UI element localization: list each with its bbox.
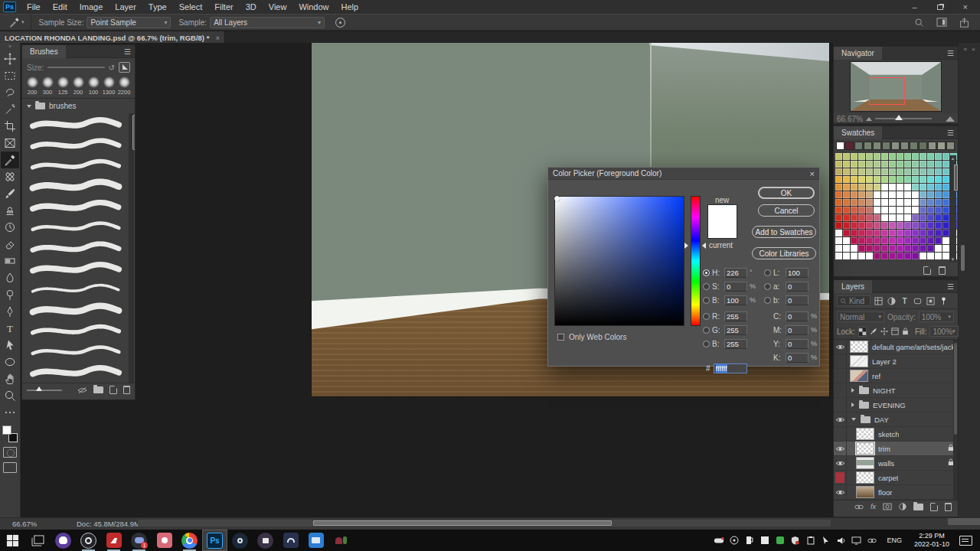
swatch-cell[interactable]	[851, 222, 858, 229]
swatch-cell[interactable]	[881, 230, 888, 236]
new-group-icon[interactable]	[93, 386, 103, 393]
swatch-cell[interactable]	[942, 222, 949, 229]
field-input-a[interactable]: 0	[786, 282, 808, 292]
swatch-cell[interactable]	[897, 199, 903, 206]
taskbar-app-obs[interactable]	[76, 530, 101, 551]
navigator-view-rect[interactable]	[869, 77, 905, 105]
swatch-cell[interactable]	[927, 176, 934, 183]
swatch-cell[interactable]	[927, 153, 934, 160]
swatch-cell[interactable]	[912, 222, 919, 229]
tray-controller-icon[interactable]	[713, 535, 724, 546]
new-swatch-icon[interactable]	[923, 266, 931, 275]
swatch-cell[interactable]	[858, 176, 865, 183]
swatch-cell[interactable]	[851, 168, 858, 175]
recent-brush-2[interactable]: 125	[55, 77, 70, 96]
swatch-recent-12[interactable]	[946, 142, 955, 150]
brush-stroke-preview[interactable]	[22, 237, 135, 258]
add-to-swatches-button[interactable]: Add to Swatches	[752, 226, 816, 238]
swatch-cell[interactable]	[889, 253, 896, 259]
tray-record-icon[interactable]	[728, 535, 740, 546]
swatch-cell[interactable]	[851, 245, 858, 252]
brush-stroke-preview[interactable]	[22, 299, 135, 320]
panel-menu-icon[interactable]: ☰	[947, 129, 958, 137]
swatch-cell[interactable]	[858, 230, 865, 236]
collapse-dock-icon[interactable]: «	[963, 46, 966, 53]
swatch-cell[interactable]	[927, 191, 934, 198]
swatch-cell[interactable]	[843, 168, 850, 175]
zoom-out-icon[interactable]	[866, 117, 872, 121]
swatch-cell[interactable]	[912, 214, 919, 221]
tool-blur[interactable]	[1, 269, 19, 286]
swatch-cell[interactable]	[927, 222, 934, 229]
swatch-cell[interactable]	[942, 184, 949, 191]
swatch-cell[interactable]	[881, 161, 888, 168]
tool-pen[interactable]	[1, 303, 19, 320]
swatch-cell[interactable]	[904, 199, 911, 206]
swatch-cell[interactable]	[881, 199, 888, 206]
swatch-cell[interactable]	[874, 237, 880, 244]
swatch-cell[interactable]	[942, 207, 949, 214]
swatch-cell[interactable]	[881, 184, 888, 191]
tool-move[interactable]	[1, 51, 19, 67]
menu-edit[interactable]: Edit	[47, 0, 74, 14]
brush-stroke-preview[interactable]	[22, 341, 135, 361]
menu-image[interactable]: Image	[74, 0, 109, 14]
swatch-cell[interactable]	[935, 245, 942, 252]
brushes-scrollbar[interactable]	[129, 113, 134, 383]
swatch-cell[interactable]	[942, 161, 949, 168]
swatch-cell[interactable]	[942, 214, 949, 221]
screen-mode-toggle[interactable]	[3, 462, 17, 473]
swatch-cell[interactable]	[881, 245, 888, 252]
swatch-recent-6[interactable]	[891, 142, 900, 150]
swatch-cell[interactable]	[866, 199, 873, 206]
menu-help[interactable]: Help	[335, 0, 365, 14]
foreground-background-swatches[interactable]	[2, 424, 18, 442]
swatch-cell[interactable]	[904, 153, 911, 160]
swatch-cell[interactable]	[881, 207, 888, 214]
swatch-cell[interactable]	[843, 184, 850, 191]
swatch-cell[interactable]	[835, 230, 842, 236]
taskbar-app-chrome[interactable]	[177, 530, 202, 551]
swatches-scrollbar[interactable]: ▲ ▼	[949, 155, 956, 262]
swatch-cell[interactable]	[935, 222, 942, 229]
layer-row-floor[interactable]: floor	[834, 485, 958, 500]
brush-stroke-preview[interactable]	[22, 134, 135, 155]
tray-display-icon[interactable]	[851, 535, 862, 546]
swatch-cell[interactable]	[874, 153, 880, 160]
swatch-cell[interactable]	[858, 184, 865, 191]
filter-pixel-icon[interactable]	[874, 296, 884, 306]
field-input-G[interactable]: 255	[724, 325, 747, 335]
swatch-cell[interactable]	[904, 222, 911, 229]
field-input-B[interactable]: 255	[724, 339, 747, 349]
brush-stroke-preview[interactable]	[22, 361, 135, 382]
swatch-cell[interactable]	[935, 153, 942, 160]
visibility-toggle[interactable]	[834, 383, 847, 397]
swatch-cell[interactable]	[881, 191, 888, 198]
recent-brush-0[interactable]: 200	[24, 77, 40, 96]
swatch-cell[interactable]	[904, 245, 911, 252]
group-expander-icon[interactable]	[851, 418, 856, 421]
horizontal-scrollbar-thumb[interactable]	[313, 520, 612, 526]
visibility-toggle[interactable]	[834, 412, 847, 426]
new-group-icon[interactable]	[913, 504, 923, 510]
swatch-cell[interactable]	[912, 237, 919, 244]
swatch-cell[interactable]	[866, 153, 873, 160]
swatch-cell[interactable]	[912, 153, 919, 160]
menu-view[interactable]: View	[263, 0, 293, 14]
swatch-recent-4[interactable]	[873, 142, 881, 150]
lock-all-icon[interactable]	[902, 327, 909, 337]
swatch-cell[interactable]	[858, 199, 865, 206]
swatch-cell[interactable]	[851, 199, 858, 206]
swatch-cell[interactable]	[942, 230, 949, 236]
tool-gradient[interactable]	[1, 253, 19, 269]
swatches-tab[interactable]: Swatches	[834, 126, 882, 139]
swatch-recent-8[interactable]	[910, 142, 918, 150]
delete-layer-icon[interactable]	[945, 503, 952, 511]
navigator-zoom-value[interactable]: 66.67%	[837, 115, 863, 123]
swatch-cell[interactable]	[835, 237, 842, 244]
swatch-cell[interactable]	[851, 207, 858, 214]
layer-thumbnail[interactable]	[856, 471, 874, 484]
radio-S[interactable]	[703, 283, 710, 290]
swatch-cell[interactable]	[935, 214, 942, 221]
menu-layer[interactable]: Layer	[109, 0, 142, 14]
